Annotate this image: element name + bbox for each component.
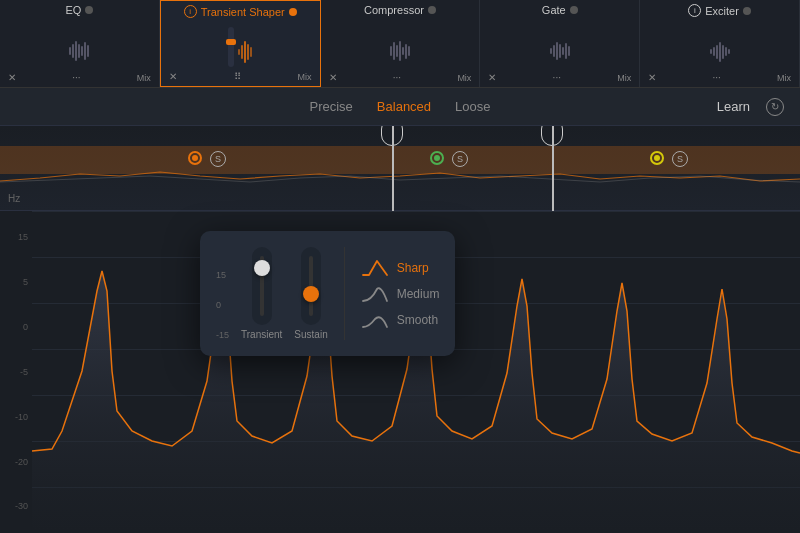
track-dot-3[interactable] [650, 151, 664, 165]
popup-panel: 15 0 -15 Transient [200, 231, 455, 356]
refresh-icon[interactable]: ↻ [766, 98, 784, 116]
exciter-power [743, 7, 751, 15]
plugin-slot-eq[interactable]: EQ ✕ ··· Mix [0, 0, 160, 87]
tab-loose[interactable]: Loose [455, 99, 490, 114]
gate-mix: Mix [617, 73, 631, 83]
track-dot-1[interactable] [188, 151, 202, 165]
transient-mix: Mix [298, 72, 312, 82]
eq-waveform [69, 36, 89, 66]
compressor-power [428, 6, 436, 14]
scale-mid: 0 [216, 300, 229, 310]
control-bar: Precise Balanced Loose Learn ↻ [0, 88, 800, 126]
transient-slider[interactable] [252, 247, 272, 325]
transient-name: Transient Shaper [201, 6, 285, 18]
compressor-waveform [390, 36, 410, 66]
gate-bottom: ✕ ··· Mix [486, 72, 633, 83]
transient-controls [167, 23, 314, 67]
shape-option-smooth[interactable]: Smooth [361, 311, 440, 329]
scale-bot: -15 [216, 330, 229, 340]
compressor-header: Compressor [327, 4, 474, 16]
transient-slider-thumb [254, 260, 270, 276]
plugin-slot-compressor[interactable]: Compressor ✕ ··· Mix [321, 0, 481, 87]
smooth-label: Smooth [397, 313, 438, 327]
track-dot-3-inner [654, 155, 660, 161]
sliders-section: 15 0 -15 Transient [216, 247, 328, 340]
y-label-n10: -10 [0, 412, 32, 422]
plugin-slot-transient[interactable]: i Transient Shaper ✕ ⠿ Mix [160, 0, 321, 87]
scale-top: 15 [216, 270, 229, 280]
eq-name: EQ [65, 4, 81, 16]
exciter-name: Exciter [705, 5, 739, 17]
exciter-dots[interactable]: ··· [712, 72, 720, 83]
gate-name: Gate [542, 4, 566, 16]
y-label-n20: -20 [0, 457, 32, 467]
transient-slider-track [260, 256, 264, 316]
exciter-close[interactable]: ✕ [648, 72, 656, 83]
eq-controls [6, 22, 153, 66]
freq-display: S S S Hz [0, 126, 800, 211]
sustain-slider-col: Sustain [294, 247, 327, 340]
compressor-dots[interactable]: ··· [393, 72, 401, 83]
gate-dots[interactable]: ··· [553, 72, 561, 83]
plugin-slot-exciter[interactable]: i Exciter ✕ ··· Mix [640, 0, 800, 87]
eq-dots[interactable]: ··· [72, 72, 80, 83]
gate-header: Gate [486, 4, 633, 16]
gate-power [570, 6, 578, 14]
medium-label: Medium [397, 287, 440, 301]
main-area: S S S Hz 15 5 0 -5 -10 -20 -30 [0, 126, 800, 533]
exciter-info-icon: i [688, 4, 701, 17]
transient-slider-label: Transient [241, 329, 282, 340]
s-badge-1[interactable]: S [210, 151, 226, 167]
shape-selector: Sharp Medium Smooth [361, 247, 440, 340]
smooth-curve-icon [361, 311, 389, 329]
transient-dots[interactable]: ⠿ [234, 71, 241, 82]
transient-info-icon: i [184, 5, 197, 18]
track-dot-1-inner [192, 155, 198, 161]
panel-divider [344, 247, 345, 340]
scale-labels: 15 0 -15 [216, 270, 229, 340]
s-badge-3[interactable]: S [672, 151, 688, 167]
plugin-bar: EQ ✕ ··· Mix i Transient Shaper [0, 0, 800, 88]
eq-mix: Mix [137, 73, 151, 83]
transient-slider-col: Transient [241, 247, 282, 340]
exciter-mix: Mix [777, 73, 791, 83]
y-label-15: 15 [0, 232, 32, 242]
sustain-slider-thumb [303, 286, 319, 302]
exciter-header: i Exciter [646, 4, 793, 17]
sharp-label: Sharp [397, 261, 429, 275]
compressor-close[interactable]: ✕ [329, 72, 337, 83]
transient-bottom: ✕ ⠿ Mix [167, 71, 314, 82]
tab-precise[interactable]: Precise [310, 99, 353, 114]
compressor-controls [327, 22, 474, 66]
eq-power [85, 6, 93, 14]
sustain-slider-label: Sustain [294, 329, 327, 340]
transient-header: i Transient Shaper [167, 5, 314, 18]
marker-line-2 [552, 126, 554, 211]
gate-waveform [550, 36, 570, 66]
transient-power [289, 8, 297, 16]
exciter-bottom: ✕ ··· Mix [646, 72, 793, 83]
transient-fader[interactable] [228, 27, 234, 67]
medium-curve-icon [361, 285, 389, 303]
track-dot-2[interactable] [430, 151, 444, 165]
mode-tabs: Precise Balanced Loose [272, 99, 528, 114]
shape-option-medium[interactable]: Medium [361, 285, 440, 303]
y-label-0: 0 [0, 322, 32, 332]
eq-close[interactable]: ✕ [8, 72, 16, 83]
learn-button[interactable]: Learn [717, 99, 750, 114]
s-badge-2[interactable]: S [452, 151, 468, 167]
y-label-n5: -5 [0, 367, 32, 377]
eq-header: EQ [6, 4, 153, 16]
sharp-curve-icon [361, 259, 389, 277]
shape-option-sharp[interactable]: Sharp [361, 259, 440, 277]
marker-line-1 [392, 126, 394, 211]
y-label-n30: -30 [0, 501, 32, 511]
compressor-mix: Mix [457, 73, 471, 83]
tab-balanced[interactable]: Balanced [377, 99, 431, 114]
compressor-name: Compressor [364, 4, 424, 16]
freq-hz-label: Hz [8, 193, 20, 204]
gate-close[interactable]: ✕ [488, 72, 496, 83]
transient-close[interactable]: ✕ [169, 71, 177, 82]
plugin-slot-gate[interactable]: Gate ✕ ··· Mix [480, 0, 640, 87]
sustain-slider[interactable] [301, 247, 321, 325]
